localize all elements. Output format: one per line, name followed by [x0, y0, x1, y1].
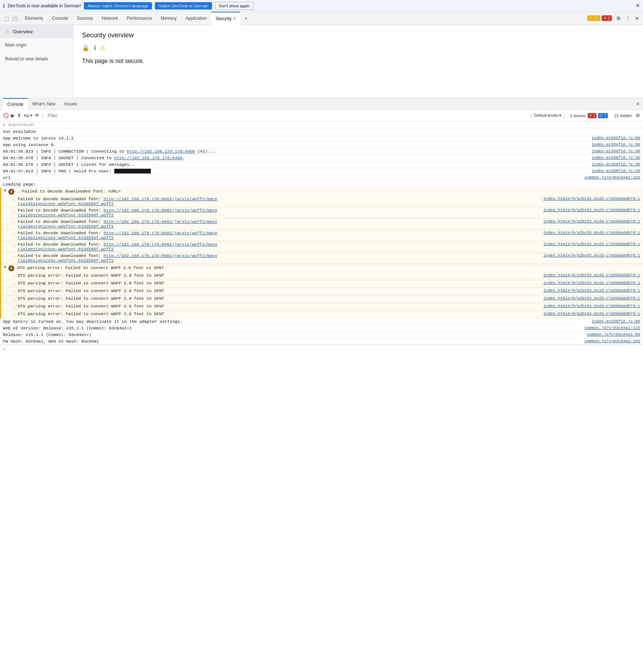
console-settings-icon[interactable]: ⚙ [636, 113, 640, 118]
tab-sources[interactable]: Sources [73, 12, 97, 25]
inspect-icon[interactable]: ⬚ [4, 15, 9, 21]
tab-issues[interactable]: Issues [60, 98, 82, 110]
warning-icon: ⚠ [13, 289, 15, 294]
tab-network[interactable]: Network [97, 12, 122, 25]
tab-performance[interactable]: Performance [122, 12, 156, 25]
reload-item[interactable]: Reload to view details [0, 52, 73, 66]
log-source[interactable]: common.js?v=03c84a1:145 [584, 339, 640, 343]
device-toggle-icon[interactable]: ⬜ [11, 15, 18, 21]
log-source[interactable]: common.js?v=03c84a1:89 [587, 332, 640, 337]
more-options-icon[interactable]: ⋮ [623, 15, 633, 21]
warn-source[interactable]: index.html#/0/a2bc52…9cd3-c7a59da0d87d:1 [543, 197, 640, 201]
clear-console-icon[interactable]: 🚫 [3, 113, 9, 118]
log-source[interactable]: index-ec356f16.js:96 [592, 142, 640, 147]
tab-console-bottom[interactable]: Console [3, 98, 28, 110]
warn-source[interactable]: index.html#/0/a2bc52…9cd3-c7a59da0d87d:1 [543, 253, 640, 258]
font-link2[interactable]: rialdesignicons-webfont-633d596f.woff2 [18, 247, 114, 251]
match-language-button[interactable]: Always match Chrome's language [84, 2, 152, 10]
ots-source[interactable]: index.html#/0/a2bc52…9cd3-c7a59da0d87d:1 [543, 288, 640, 293]
font-link[interactable]: http://192.168.178.178:8082/jarvis/woff2… [104, 253, 218, 258]
ots-source[interactable]: index.html#/0/a2bc52…9cd3-c7a59da0d87d:1 [543, 281, 640, 285]
warn-message: Failed to decode downloaded font: http:/… [18, 208, 541, 217]
issues-info-badge: 🛈 1 [598, 113, 607, 118]
ots-source[interactable]: index.html#/0/a2bc52…9cd3-c7a59da0d87d:1 [543, 304, 640, 308]
log-source[interactable]: index-ec356f16.js:96 [592, 319, 640, 324]
overview-item[interactable]: ⚠ Overview [0, 25, 73, 38]
ots-source[interactable]: index.html#/0/a2bc52…9cd3-c7a59da0d87d:1 [543, 273, 640, 277]
font-link[interactable]: http://192.168.178.178:8082/jarvis/woff2… [104, 208, 218, 213]
tab-console[interactable]: Console [48, 12, 73, 25]
close-icon[interactable]: ✕ [635, 2, 640, 9]
ots-warning-row: ⚠ OTS parsing error: Failed to convert W… [1, 311, 643, 318]
security-status-icons: 🔒 ℹ ⚠ [82, 44, 634, 51]
execute-icon[interactable]: ▶ [11, 113, 15, 118]
font-link2[interactable]: rialdesignicons-webfont-633d596f.woff2 [18, 224, 114, 229]
warn-source[interactable]: index.html#/0/a2bc52…9cd3-c7a59da0d87d:1 [543, 242, 640, 246]
log-link[interactable]: http://192.168.178.178:8400 [114, 156, 182, 160]
font-link2[interactable]: rialdesignicons-webfont-633d596f.woff2 [18, 201, 114, 206]
font-link[interactable]: http://192.168.178.178:8082/jarvis/woff2… [104, 197, 218, 201]
tab-security[interactable]: Security ✕ [211, 12, 240, 25]
tab-whats-new[interactable]: What's New [28, 98, 60, 110]
redacted-value [114, 169, 151, 173]
warning-group-header-1[interactable]: ▼ 6 ⚠ Failed to decode downloaded font: … [1, 188, 643, 196]
font-link2[interactable]: rialdesignicons-webfont-633d596f.woff2 [18, 258, 114, 263]
tab-more-icon[interactable]: » [240, 12, 252, 25]
expression-row: ✕ Expression [0, 122, 643, 128]
log-link[interactable]: http://192.168.178.178:8400 [127, 149, 195, 154]
log-message: 00:01:56.823 | INFO | CONNECTION | Conne… [3, 149, 589, 154]
log-row: 00:01:56.970 | INFO | SOCKET | Connected… [0, 155, 643, 161]
warn-source[interactable]: index.html#/0/a2bc52…9cd3-c7a59da0d87d:1 [543, 231, 640, 235]
log-row: Release: v15.1.1 (Commit: 03c84a1+) comm… [0, 332, 643, 338]
tab-close-icon[interactable]: ✕ [233, 16, 236, 20]
expression-close-icon[interactable]: ✕ [3, 122, 5, 127]
info-icon: ℹ [3, 3, 5, 9]
settings-icon[interactable]: ⚙ [614, 15, 623, 21]
console-prompt: › [0, 345, 643, 354]
log-source[interactable]: common.js?v=03c84a1:115 [584, 326, 640, 330]
warn-source[interactable]: index.html#/0/a2bc52…9cd3-c7a59da0d87d:1 [543, 208, 640, 212]
tab-memory[interactable]: Memory [156, 12, 181, 25]
tab-application[interactable]: Application [181, 12, 211, 25]
warning-icon: ⚠ [13, 231, 15, 236]
pause-icon[interactable]: ⏸ [17, 113, 22, 118]
tab-elements[interactable]: Elements [21, 12, 48, 25]
log-message: Release: v15.1.1 (Commit: 03c84a1+) [3, 332, 584, 337]
log-source[interactable]: index-ec356f16.js:30 [592, 162, 640, 167]
levels-dropdown[interactable]: Default levels ▾ [534, 113, 561, 118]
log-source[interactable]: index-ec356f16.js:96 [592, 136, 640, 140]
font-link[interactable]: http://192.168.178.178:8082/jarvis/woff2… [104, 231, 218, 235]
group-toggle-icon[interactable]: ▼ [4, 265, 6, 269]
log-source[interactable]: index-ec356f16.js:30 [592, 156, 640, 160]
warn-triangle-icon: ⚠ [100, 44, 105, 51]
filter-input[interactable] [45, 112, 528, 119]
warn-source[interactable]: index.html#/0/a2bc52…9cd3-c7a59da0d87d:1 [543, 219, 640, 224]
log-source[interactable]: index-ec356f16.js:30 [592, 149, 640, 153]
group-count: 6 [8, 265, 14, 271]
ots-source[interactable]: index.html#/0/a2bc52…9cd3-c7a59da0d87d:1 [543, 311, 640, 316]
issues-label: 2 Issues: [570, 113, 586, 118]
group-toggle-icon[interactable]: ▼ [4, 189, 6, 193]
error-badge[interactable]: ✕ 1 [602, 15, 612, 21]
log-source[interactable]: index-ec356f16.js:30 [592, 169, 640, 173]
warning-icon: ⚠ [13, 220, 15, 225]
log-source[interactable]: common.js?v=03c84a1:126 [584, 175, 640, 180]
font-link[interactable]: http://192.168.178.178:8082/jarvis/woff2… [104, 219, 218, 224]
main-origin-item[interactable]: Main origin [0, 38, 73, 52]
console-panel-close-icon[interactable]: ✕ [636, 101, 640, 107]
warning-icon: ⚠ [13, 281, 15, 287]
warning-row: ⚠ Failed to decode downloaded font: http… [1, 219, 643, 230]
context-selector[interactable]: top ▾ [24, 113, 33, 118]
ots-group-header[interactable]: ▼ 6 OTS parsing error: Failed to convert… [1, 264, 643, 272]
font-link2[interactable]: rialdesignicons-webfont-633d596f.woff2 [18, 235, 114, 240]
eye-icon[interactable]: 👁 [35, 113, 40, 118]
font-link2[interactable]: rialdesignicons-webfont-633d596f.woff2 [18, 213, 114, 217]
font-link[interactable]: http://192.168.178.178:8082/jarvis/woff2… [104, 242, 218, 247]
ots-source[interactable]: index.html#/0/a2bc52…9cd3-c7a59da0d87d:1 [543, 296, 640, 300]
devtools-close-icon[interactable]: ✕ [633, 15, 642, 21]
dont-show-again-button[interactable]: Don't show again [215, 2, 254, 10]
switch-devtools-button[interactable]: Switch DevTools to German [155, 2, 212, 10]
warning-badge[interactable]: ⚠ 12 [587, 15, 600, 21]
notification-bar: ℹ DevTools is now available in German! A… [0, 0, 643, 12]
log-message: 00:01:57.013 | INFO | PRO | Valid Pro Us… [3, 169, 589, 173]
